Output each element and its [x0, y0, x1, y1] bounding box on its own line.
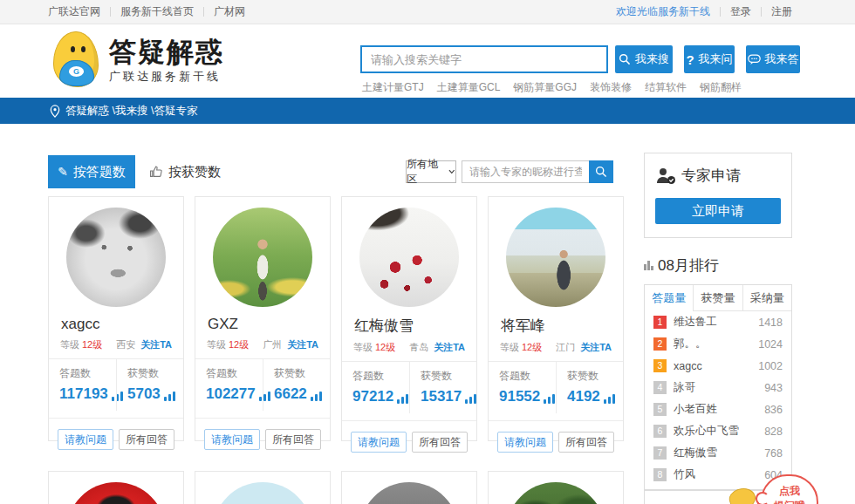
ranking-user[interactable]: 欢乐心中飞雪: [674, 424, 764, 439]
speech-bubble-icon: [748, 54, 761, 65]
header: G 答疑解惑 广联达服务新干线 我来搜 ? 我来问: [0, 24, 855, 98]
top-utility-bar: 广联达官网 服务新干线首页 广材网 欢迎光临服务新干线 登录 注册: [0, 0, 855, 24]
expert-card-grid-row2: [48, 471, 624, 504]
expert-name[interactable]: GXZ: [195, 316, 330, 333]
expert-meta: 等级 12级 青岛 关注TA: [342, 341, 476, 354]
all-answers-button[interactable]: 所有回答: [558, 432, 614, 453]
ranking-row: 4 詠哥 943: [645, 377, 791, 398]
link-service-home[interactable]: 服务新干线首页: [120, 4, 194, 19]
expert-meta: 等级 12级 西安 关注TA: [49, 338, 183, 351]
bar-chart-icon: [544, 394, 555, 404]
all-answers-button[interactable]: 所有回答: [119, 429, 174, 450]
answers-value: 97212: [352, 388, 393, 405]
ask-question-button[interactable]: 请教问题: [497, 432, 553, 453]
link-glodon-official[interactable]: 广联达官网: [48, 4, 100, 19]
expert-card: 将军峰 等级 12级 江门 关注TA 答题数 91552 获赞数 4192: [488, 196, 624, 441]
hot-link-gcl[interactable]: 土建算量GCL: [437, 80, 501, 95]
avatar[interactable]: [359, 482, 459, 504]
likes-label: 获赞数: [274, 366, 330, 381]
hot-link-settlement[interactable]: 结算软件: [645, 80, 687, 95]
likes-value: 6622: [274, 385, 307, 403]
ranking-user[interactable]: 红梅傲雪: [674, 446, 764, 460]
breadcrumb[interactable]: 答疑解惑 \我来搜 \答疑专家: [65, 104, 197, 119]
ranking-row: 1 维达鲁工 1418: [645, 311, 791, 333]
ask-question-button[interactable]: 请教问题: [351, 432, 407, 453]
ranking-tab-answers[interactable]: 答题量: [645, 285, 693, 311]
search-input[interactable]: [360, 45, 608, 73]
rank-badge: 2: [653, 337, 667, 351]
avatar[interactable]: [506, 208, 605, 307]
ranking-tab-likes[interactable]: 获赞量: [693, 285, 742, 311]
ranking-user[interactable]: 郭。。: [674, 337, 758, 351]
follow-link[interactable]: 关注TA: [434, 341, 465, 354]
ask-question-button[interactable]: 请教问题: [58, 429, 113, 450]
apply-now-button[interactable]: 立即申请: [655, 198, 781, 224]
ranking-user[interactable]: xagcc: [674, 360, 758, 372]
bar-chart-icon: [644, 261, 653, 270]
all-answers-button[interactable]: 所有回答: [412, 432, 468, 453]
expert-search-button[interactable]: [589, 160, 613, 183]
region-select[interactable]: 所有地区: [406, 160, 456, 183]
ranking-tab-accepted[interactable]: 采纳量: [742, 285, 791, 311]
ranking-user[interactable]: 竹风: [674, 467, 764, 482]
register-link[interactable]: 注册: [771, 4, 792, 19]
rank-badge: 6: [653, 425, 667, 438]
answers-value: 102277: [206, 385, 256, 403]
search-button[interactable]: 我来搜: [615, 45, 673, 73]
expert-name[interactable]: 红梅傲雪: [342, 316, 476, 336]
tab-by-answer-count[interactable]: ✎ 按答题数: [48, 155, 135, 188]
link-gcw[interactable]: 广材网: [214, 4, 245, 19]
avatar[interactable]: [359, 208, 459, 307]
ask-button[interactable]: ? 我来问: [684, 45, 735, 73]
ranking-row: 5 小老百姓 836: [645, 398, 791, 420]
avatar[interactable]: [66, 482, 166, 504]
follow-link[interactable]: 关注TA: [140, 338, 172, 351]
ask-question-button[interactable]: 请教问题: [204, 429, 260, 450]
tab-by-like-count[interactable]: 按获赞数: [149, 164, 221, 180]
level-label: 等级: [353, 341, 373, 354]
answer-button[interactable]: 我来答: [746, 45, 800, 73]
divider: [761, 7, 762, 17]
expert-card: [341, 471, 477, 504]
avatar[interactable]: [213, 482, 312, 504]
ranking-value: 943: [764, 382, 783, 394]
ranking-user[interactable]: 小老百姓: [674, 402, 764, 417]
ranking-row: 6 欢乐心中飞雪 828: [645, 420, 791, 442]
rank-badge: 5: [653, 403, 667, 416]
hot-link-ggj[interactable]: 钢筋算量GGJ: [513, 80, 577, 95]
chevron-down-icon: [448, 169, 455, 174]
hot-search-links: 土建计量GTJ 土建算量GCL 钢筋算量GGJ 装饰装修 结算软件 钢筋翻样: [362, 80, 742, 95]
location-pin-icon: [50, 105, 60, 118]
expert-search-input[interactable]: [462, 160, 589, 183]
ranking-user[interactable]: 詠哥: [674, 380, 764, 395]
follow-link[interactable]: 关注TA: [287, 338, 318, 351]
expert-meta: 等级 12级 广州 关注TA: [195, 338, 330, 351]
question-mark-icon: ?: [686, 52, 694, 67]
follow-link[interactable]: 关注TA: [580, 341, 612, 354]
bar-chart-icon: [164, 392, 175, 401]
level-value: 12级: [82, 338, 102, 351]
expert-card-grid: xagcc 等级 12级 西安 关注TA 答题数 117193 获赞数 5703: [48, 196, 624, 441]
avatar[interactable]: [213, 208, 312, 307]
expert-name[interactable]: 将军峰: [489, 316, 623, 336]
hot-link-gtj[interactable]: 土建计量GTJ: [362, 80, 424, 95]
ranking-row: 7 红梅傲雪 768: [645, 442, 791, 464]
expert-card: 红梅傲雪 等级 12级 青岛 关注TA 答题数 97212 获赞数 15317: [341, 196, 477, 441]
avatar[interactable]: [506, 482, 605, 504]
expert-name[interactable]: xagcc: [49, 316, 183, 333]
likes-label: 获赞数: [567, 369, 623, 384]
ranking-list: 1 维达鲁工 1418 2 郭。。 1024 3 xagcc 1002 4 詠哥: [645, 311, 791, 486]
avatar[interactable]: [66, 208, 166, 307]
all-answers-button[interactable]: 所有回答: [265, 429, 321, 450]
ranking-user[interactable]: 维达鲁工: [674, 315, 758, 330]
rank-badge: 3: [653, 359, 667, 372]
login-link[interactable]: 登录: [730, 4, 751, 19]
ranking-value: 828: [764, 426, 783, 438]
breadcrumb-bar: 答疑解惑 \我来搜 \答疑专家: [0, 98, 855, 124]
hot-link-decoration[interactable]: 装饰装修: [590, 80, 632, 95]
magnifier-icon: [619, 53, 631, 65]
welcome-link[interactable]: 欢迎光临服务新干线: [616, 4, 710, 19]
hot-link-rebar[interactable]: 钢筋翻样: [700, 80, 742, 95]
city: 江门: [556, 341, 575, 354]
site-logo[interactable]: G 答疑解惑 广联达服务新干线: [48, 29, 224, 93]
